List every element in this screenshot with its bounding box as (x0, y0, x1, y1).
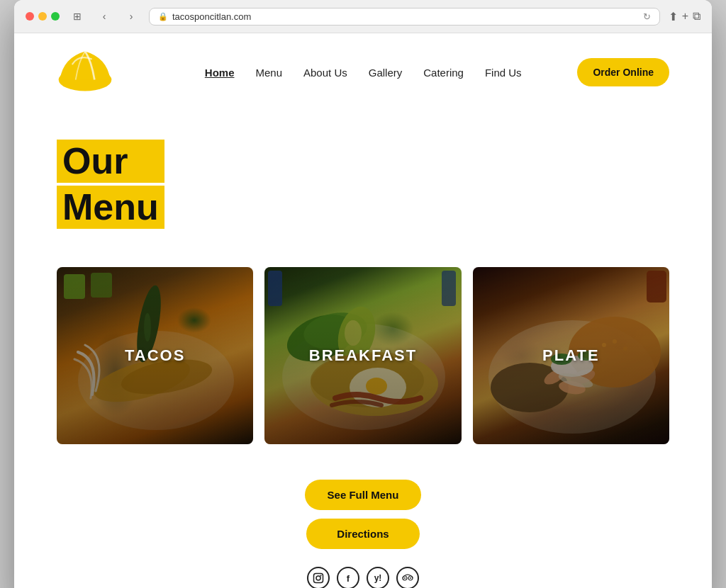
tabs-icon[interactable]: ⧉ (693, 10, 700, 23)
plate-label: PLATE (473, 267, 669, 444)
browser-actions: ⬆ + ⧉ (669, 10, 700, 23)
new-tab-icon[interactable]: + (682, 10, 688, 23)
yelp-letter: y! (374, 573, 382, 583)
nav-gallery[interactable]: Gallery (369, 67, 403, 79)
maximize-button[interactable] (51, 12, 60, 21)
title-line-1: Our (57, 140, 164, 183)
nav-home[interactable]: Home (205, 67, 235, 79)
nav-about-us[interactable]: About Us (303, 67, 347, 79)
main-nav: Home Menu About Us Gallery Catering Find… (149, 67, 577, 79)
menu-card-plate[interactable]: PLATE (473, 267, 669, 444)
share-icon[interactable]: ⬆ (669, 10, 678, 23)
address-bar[interactable]: 🔒 tacosponcitlan.com ↻ (149, 8, 660, 26)
refresh-button[interactable]: ↻ (643, 11, 651, 22)
menu-cards-container: TACOS (14, 246, 712, 465)
forward-button[interactable]: › (122, 7, 140, 26)
tacos-label: TACOS (57, 267, 253, 444)
nav-find-us[interactable]: Find Us (485, 67, 522, 79)
close-button[interactable] (26, 12, 34, 21)
nav-menu[interactable]: Menu (255, 67, 282, 79)
directions-button[interactable]: Directions (306, 519, 420, 549)
menu-card-tacos[interactable]: TACOS (57, 267, 253, 444)
minimize-button[interactable] (38, 12, 47, 21)
social-icons: f y! (14, 560, 712, 588)
menu-card-breakfast[interactable]: BREAKFAST (264, 267, 461, 444)
breakfast-label: BREAKFAST (264, 267, 461, 444)
see-full-menu-button[interactable]: See Full Menu (305, 480, 422, 510)
browser-chrome: ⊞ ‹ › 🔒 tacosponcitlan.com ↻ ⬆ + ⧉ (14, 0, 712, 33)
nav-catering[interactable]: Catering (423, 67, 464, 79)
title-line-2: Menu (57, 186, 164, 229)
back-button[interactable]: ‹ (95, 7, 113, 26)
svg-point-36 (320, 575, 322, 577)
hero-section: Our Menu (14, 111, 712, 246)
svg-point-35 (316, 576, 320, 580)
tripadvisor-icon[interactable] (396, 567, 419, 588)
facebook-letter: f (347, 573, 350, 584)
cta-section: See Full Menu Directions (14, 465, 712, 560)
traffic-lights (26, 12, 60, 21)
svg-rect-34 (314, 574, 323, 583)
order-online-button[interactable]: Order Online (577, 58, 669, 86)
site-header: Home Menu About Us Gallery Catering Find… (14, 33, 712, 111)
yelp-icon[interactable]: y! (367, 567, 389, 588)
page-title: Our Menu (57, 140, 164, 232)
instagram-icon[interactable] (307, 567, 330, 588)
svg-point-40 (410, 577, 411, 579)
lock-icon: 🔒 (158, 12, 168, 21)
sidebar-toggle[interactable]: ⊞ (68, 7, 86, 26)
svg-point-39 (404, 577, 406, 579)
url-text: tacosponcitlan.com (172, 11, 251, 22)
page-content: Home Menu About Us Gallery Catering Find… (14, 33, 712, 588)
browser-window: ⊞ ‹ › 🔒 tacosponcitlan.com ↻ ⬆ + ⧉ (14, 0, 712, 588)
logo[interactable] (57, 44, 121, 101)
facebook-icon[interactable]: f (337, 567, 359, 588)
